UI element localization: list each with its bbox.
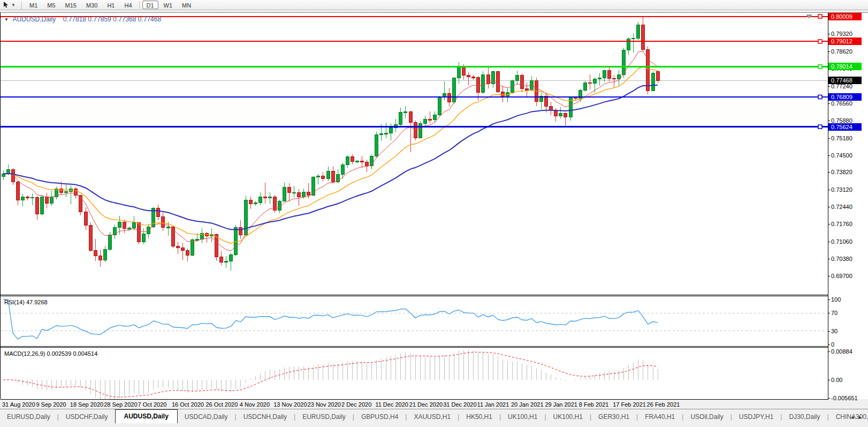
- chart-tab-usdcad-daily[interactable]: USDCAD,Daily: [178, 411, 235, 423]
- chart-tab-xauusd-h1[interactable]: XAUUSD,H1: [407, 411, 458, 423]
- price-axis-label: 0.78620: [831, 48, 852, 55]
- panel-separator[interactable]: [1, 295, 828, 295]
- line-handle[interactable]: [818, 95, 822, 99]
- bull-candle: [583, 83, 587, 90]
- price-badge: 0.78014: [828, 63, 862, 70]
- rsi-panel-canvas[interactable]: [1, 296, 828, 346]
- price-axis-label: 0.79320: [831, 31, 852, 37]
- bear-candle: [574, 98, 577, 99]
- bull-candle: [622, 50, 626, 74]
- panel-separator[interactable]: [1, 346, 828, 347]
- timeframe-button-mn[interactable]: MN: [178, 1, 195, 9]
- time-axis[interactable]: 31 Aug 20209 Sep 202018 Sep 202028 Sep 2…: [1, 400, 828, 409]
- bear-candle: [157, 208, 160, 216]
- line-handle[interactable]: [818, 40, 822, 43]
- bear-candle: [496, 71, 499, 92]
- chart-tab-fra40-h1[interactable]: FRA40,H1: [638, 411, 682, 423]
- bear-candle: [467, 76, 470, 77]
- chart-tab-usdcnh-daily[interactable]: USDCNH,Daily: [237, 411, 294, 423]
- chevron-down-icon[interactable]: ▼: [10, 3, 17, 8]
- bull-candle: [244, 200, 247, 235]
- timeframe-button-m15[interactable]: M15: [61, 1, 81, 9]
- line-handle[interactable]: [818, 14, 822, 18]
- bear-candle: [646, 49, 650, 91]
- timeframe-button-m1[interactable]: M1: [25, 1, 42, 9]
- timeframe-button-w1[interactable]: W1: [159, 1, 177, 9]
- bear-candle: [525, 88, 528, 90]
- bear-candle: [307, 192, 310, 196]
- bull-candle: [230, 255, 233, 261]
- bear-candle: [360, 161, 363, 162]
- cursor-arrow-icon[interactable]: [2, 1, 10, 9]
- bear-candle: [60, 189, 63, 193]
- price-chart-canvas[interactable]: [1, 13, 828, 295]
- bull-candle: [191, 240, 194, 256]
- bear-candle: [608, 71, 611, 79]
- timeframe-button-d1[interactable]: D1: [142, 1, 158, 9]
- date-label: 8 Feb 2021: [579, 401, 609, 408]
- chart-tab-uk100-h1[interactable]: UK100,H1: [501, 411, 544, 423]
- rsi-axis-label: 0: [831, 341, 834, 348]
- line-handle[interactable]: [818, 65, 822, 69]
- bear-candle: [16, 182, 19, 200]
- chart-window: ▼ AUDUSD,Daily 0.77818 0.77859 0.77368 0…: [0, 12, 868, 399]
- chart-tab-usdchf-daily[interactable]: USDCHF,Daily: [59, 411, 115, 423]
- chart-tab-dj30-daily[interactable]: DJ30,Daily: [782, 411, 827, 423]
- bear-candle: [486, 74, 490, 84]
- date-label: 23 Nov 2020: [308, 401, 341, 408]
- bear-candle: [249, 200, 252, 204]
- rsi-line: [3, 299, 658, 339]
- tab-scroll-arrows[interactable]: ◄►: [850, 415, 866, 420]
- bear-candle: [520, 76, 523, 88]
- bull-candle: [637, 25, 640, 38]
- bear-candle: [84, 212, 87, 225]
- chart-tab-usdjpy-h1[interactable]: USDJPY,H1: [732, 411, 780, 423]
- chart-tab-uk100-h1[interactable]: UK100,H1: [546, 411, 590, 423]
- axis-tick: [828, 103, 830, 104]
- bear-candle: [564, 113, 567, 117]
- chart-tab-eurusd-daily[interactable]: EURUSD,Daily: [0, 411, 57, 423]
- date-label: 18 Sep 2020: [70, 401, 103, 408]
- chart-tab-hk50-h1[interactable]: HK50,H1: [459, 411, 499, 423]
- bull-candle: [515, 76, 519, 80]
- bull-candle: [128, 228, 131, 229]
- timeframe-button-h4[interactable]: H4: [120, 1, 136, 9]
- axis-tick: [828, 313, 830, 313]
- bull-candle: [404, 112, 407, 113]
- bear-candle: [45, 197, 49, 204]
- axis-tick: [828, 51, 830, 52]
- macd-panel-canvas[interactable]: [1, 348, 828, 399]
- axis-tick: [828, 344, 830, 345]
- tab-scroll-right-icon[interactable]: ►: [858, 415, 866, 420]
- tab-scroll-left-icon[interactable]: ◄: [850, 415, 858, 420]
- rsi-indicator-label: RSI(14) 47.9268: [4, 299, 48, 305]
- toolbar-grip[interactable]: [20, 2, 22, 9]
- bull-candle: [603, 71, 606, 78]
- mt4-window: ▼ M1M5M15M30H1H4D1W1MN ▼ AUDUSD,Daily 0.…: [0, 0, 868, 427]
- timeframe-button-m5[interactable]: M5: [43, 1, 59, 9]
- axis-tick: [828, 299, 830, 300]
- date-label: 29 Jan 2021: [545, 401, 577, 408]
- collapse-triangle-icon[interactable]: ▼: [4, 17, 9, 22]
- chart-tab-usoil-daily[interactable]: USOil,Daily: [683, 411, 730, 423]
- chart-tab-audusd-daily[interactable]: AUDUSD,Daily: [115, 409, 178, 423]
- date-label: 31 Aug 2020: [2, 401, 35, 408]
- bear-candle: [181, 248, 184, 251]
- price-axis-label: 0.73820: [831, 169, 852, 175]
- date-label: 11 Jan 2021: [477, 401, 509, 408]
- bear-candle: [656, 72, 659, 80]
- bull-candle: [380, 134, 383, 135]
- axis-tick: [828, 380, 830, 380]
- candles: [2, 17, 659, 271]
- timeframe-button-h1[interactable]: H1: [103, 1, 119, 9]
- axis-tick: [828, 398, 830, 399]
- date-label: 17 Feb 2021: [613, 401, 646, 408]
- line-handle[interactable]: [818, 125, 822, 129]
- chart-tab-ger30-h1[interactable]: GER30,H1: [591, 411, 636, 423]
- chart-tab-gbpusd-h4[interactable]: GBPUSD,H4: [354, 411, 405, 423]
- timeframe-button-m30[interactable]: M30: [82, 1, 102, 9]
- bear-candle: [409, 112, 412, 123]
- bull-candle: [133, 222, 136, 228]
- bull-candle: [559, 113, 562, 116]
- chart-tab-eurusd-daily[interactable]: EURUSD,Daily: [295, 411, 353, 423]
